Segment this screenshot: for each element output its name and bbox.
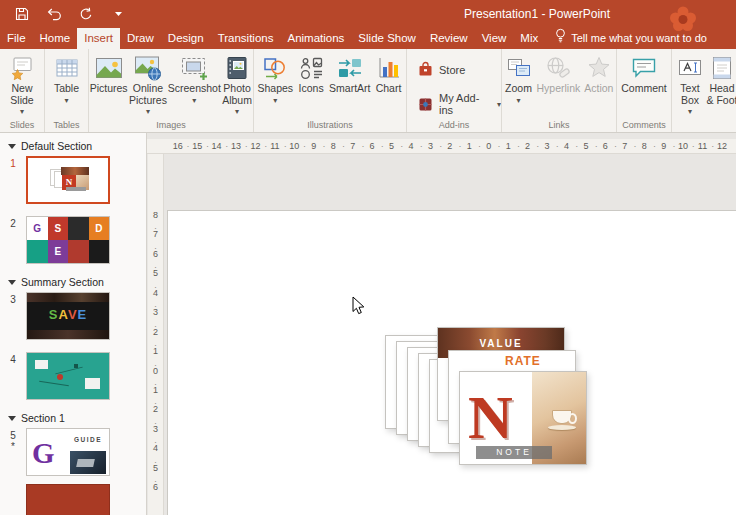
slide-row-3: 3SAVE <box>0 292 146 340</box>
tab-slide-show[interactable]: Slide Show <box>351 28 423 49</box>
window-title: Presentation1 - PowerPoint <box>464 7 610 21</box>
slide-thumbnail-1[interactable]: N <box>26 156 110 204</box>
save-button[interactable] <box>6 2 38 26</box>
tab-home[interactable]: Home <box>33 28 78 49</box>
ribbon-group-text: TextBox▾Head& Foot <box>672 49 736 132</box>
comment-icon <box>630 53 658 83</box>
ribbon-button-header-footer[interactable]: Head& Foot <box>706 52 736 107</box>
section-header-default-section[interactable]: Default Section <box>8 140 146 152</box>
tab-review[interactable]: Review <box>423 28 475 49</box>
ribbon-button-table[interactable]: Table▾ <box>51 52 83 106</box>
slide-thumbnail-partial[interactable] <box>26 484 110 515</box>
button-label: Icons <box>299 83 324 95</box>
thumb-art <box>61 167 89 175</box>
button-label: Shapes <box>257 83 293 95</box>
store-icon <box>417 61 434 78</box>
button-label: Screenshot <box>168 83 221 95</box>
collage-cell <box>27 240 48 263</box>
tab-view[interactable]: View <box>475 28 514 49</box>
tab-design[interactable]: Design <box>161 28 211 49</box>
undo-button[interactable] <box>38 2 70 26</box>
ribbon-group-tables: Table▾Tables <box>45 49 89 132</box>
ribbon-button-icons[interactable]: Icons <box>295 52 327 96</box>
ribbon-button-hyperlink: Hyperlink <box>535 52 583 96</box>
dropdown-caret-icon: ▾ <box>146 107 150 116</box>
repeat-button[interactable] <box>70 2 102 26</box>
ribbon-button-store[interactable]: Store <box>417 61 465 78</box>
ribbon-button-chart[interactable]: Chart <box>373 52 405 96</box>
shapes-icon <box>261 53 289 83</box>
ribbon-button-photo-album[interactable]: PhotoAlbum▾ <box>221 52 253 117</box>
ribbon-tab-bar: FileHomeInsertDrawDesignTransitionsAnima… <box>0 28 736 49</box>
slide-number <box>0 484 26 515</box>
customize-qat-button[interactable] <box>102 2 134 26</box>
tab-insert[interactable]: Insert <box>77 28 120 49</box>
section-header-section-1[interactable]: Section 1 <box>8 412 146 424</box>
icons-icon <box>297 53 325 83</box>
section-header-summary-section[interactable]: Summary Section <box>8 276 146 288</box>
section-label: Section 1 <box>21 412 65 424</box>
thumb-art <box>74 364 78 368</box>
dropdown-caret-icon: ▾ <box>20 107 24 116</box>
picture-stack[interactable]: VALUE RATE N NOTE <box>147 133 736 515</box>
dropdown-caret-icon: ▾ <box>235 107 239 116</box>
hyperlink-icon <box>544 53 572 83</box>
photo-album-icon <box>222 53 252 83</box>
ribbon-button-smartart[interactable]: SmartArt <box>327 52 372 96</box>
ribbon-button-online-pictures[interactable]: OnlinePictures▾ <box>128 52 167 117</box>
button-label: OnlinePictures <box>129 83 167 106</box>
slide-thumbnail-2[interactable]: GSDE <box>26 216 110 264</box>
thumb-word: GUIDE <box>74 436 102 443</box>
thumb-word: SAVE <box>27 307 109 322</box>
ribbon-button-shapes[interactable]: Shapes▾ <box>255 52 295 106</box>
group-body: Comment <box>617 49 671 117</box>
ribbon-button-zoom[interactable]: Zoom▾ <box>503 52 535 106</box>
group-label: Tables <box>45 120 88 130</box>
tab-animations[interactable]: Animations <box>280 28 351 49</box>
tab-file[interactable]: File <box>0 28 33 49</box>
slides-panel: Default Section1N2GSDESummary Section3SA… <box>0 133 147 515</box>
ribbon-button-screenshot[interactable]: Screenshot▾ <box>168 52 221 106</box>
button-label: Head& Foot <box>707 83 736 106</box>
thumb-art <box>76 459 95 467</box>
collage-cell: D <box>89 217 110 240</box>
dropdown-caret-icon: ▾ <box>64 96 68 105</box>
slide-thumbnail-4[interactable] <box>26 352 110 400</box>
section-label: Summary Section <box>21 276 104 288</box>
tab-mix[interactable]: Mix <box>513 28 545 49</box>
ribbon-button-comment[interactable]: Comment <box>619 52 669 96</box>
ribbon-button-new-slide[interactable]: NewSlide▾ <box>6 52 38 117</box>
ribbon-group-illustrations: Shapes▾IconsSmartArtChartIllustrations <box>254 49 407 132</box>
slide-thumbnail-5[interactable]: GGUIDE <box>26 428 110 476</box>
lightbulb-icon <box>555 28 566 50</box>
button-label: Zoom <box>505 83 532 95</box>
thumb-art <box>27 293 109 302</box>
screenshot-icon <box>179 53 209 83</box>
thumb-art <box>39 381 69 387</box>
ribbon-group-comments: CommentComments <box>617 49 672 132</box>
tab-transitions[interactable]: Transitions <box>211 28 281 49</box>
group-body: PicturesOnlinePictures▾Screenshot▾PhotoA… <box>89 49 253 117</box>
button-label: Table <box>54 83 79 95</box>
quick-access-toolbar <box>0 2 134 26</box>
thumb-art <box>66 187 86 191</box>
collage-cell <box>68 240 89 263</box>
slide-thumbnail-3[interactable]: SAVE <box>26 292 110 340</box>
ribbon-button-my-add-ins[interactable]: My Add-ins▾ <box>417 92 501 116</box>
chart-icon <box>375 53 403 83</box>
collage-cell <box>68 217 89 240</box>
thumb-letter: G <box>32 438 55 468</box>
thumb-art <box>85 378 100 389</box>
group-label: Links <box>502 120 616 130</box>
button-label: Comment <box>621 83 667 95</box>
ribbon-button-text-box[interactable]: TextBox▾ <box>674 52 706 117</box>
tab-draw[interactable]: Draw <box>120 28 161 49</box>
thumb-art <box>27 330 109 339</box>
ribbon-group-images: PicturesOnlinePictures▾Screenshot▾PhotoA… <box>89 49 254 132</box>
online-pictures-icon <box>133 53 163 83</box>
ribbon: NewSlide▾SlidesTable▾TablesPicturesOnlin… <box>0 49 736 133</box>
group-body: Table▾ <box>45 49 88 117</box>
button-label: Chart <box>376 83 402 95</box>
coffee-cup <box>552 410 572 424</box>
ribbon-button-pictures[interactable]: Pictures <box>89 52 128 96</box>
